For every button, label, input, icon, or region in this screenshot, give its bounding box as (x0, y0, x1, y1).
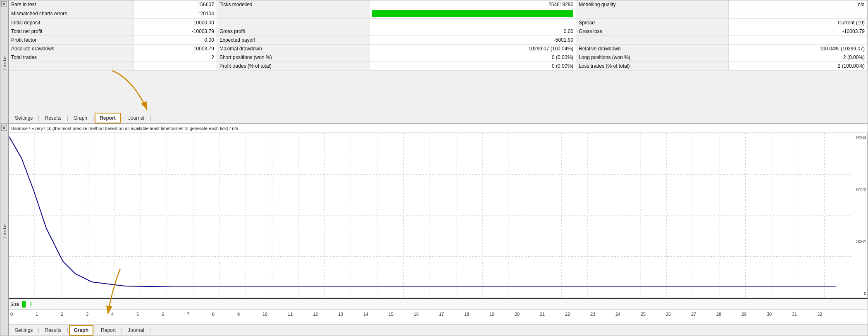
stat-value: 10003.79 (134, 45, 217, 53)
top-arrow-annotation (108, 66, 157, 116)
stat-value: 0.00 (370, 27, 576, 36)
x-axis-tick: 20 (515, 312, 540, 317)
stat-value: 2 (0.00%) (729, 53, 868, 62)
bottom-tab-report[interactable]: Report (96, 325, 120, 335)
stat-label: Absolute drawdown (9, 45, 134, 53)
stat-value (370, 9, 576, 19)
stat-label (9, 62, 134, 71)
stat-value (370, 19, 576, 27)
x-axis-tick: 18 (464, 312, 489, 317)
stat-label: Bars in test (9, 0, 134, 9)
size-green-bar (22, 301, 26, 308)
x-axis-tick: 6 (162, 312, 187, 317)
stat-label: Total net profit (9, 27, 134, 36)
stat-label: Total trades (9, 53, 134, 62)
bottom-tab-results[interactable]: Results (40, 325, 66, 335)
stat-value: -10003.79 (134, 27, 217, 36)
x-axis-tick: 27 (691, 312, 716, 317)
x-axis-row: 0123456789101112131415161718192021222324… (9, 310, 868, 319)
x-axis-tick: 28 (716, 312, 742, 317)
axis-value-6122: 6122 (856, 187, 866, 192)
x-axis-tick: 5 (136, 312, 162, 317)
stat-label: Gross profit (217, 27, 369, 36)
stat-label: Mismatched charts errors (9, 9, 134, 19)
x-axis-tick: 29 (742, 312, 767, 317)
x-axis-tick: 26 (666, 312, 691, 317)
stat-label (576, 36, 729, 45)
top-tabs-row: Settings | Results | Graph | Report | Jo… (9, 112, 868, 123)
size-row: Size (9, 298, 868, 310)
stat-value (729, 9, 868, 19)
stat-label (217, 19, 369, 27)
bottom-tester-side: Tester (0, 124, 9, 336)
chart-grid-svg (9, 133, 851, 298)
stat-value: -10003.79 (729, 27, 868, 36)
chart-title: Balance / Every tick (the most precise m… (9, 124, 868, 133)
bottom-tabs-row: Settings | Results | Graph | Report | Jo… (9, 324, 868, 336)
stat-value: 254618290 (370, 0, 576, 9)
stat-label: Modelling quality (576, 0, 729, 9)
bottom-tab-settings[interactable]: Settings (10, 325, 37, 335)
x-axis-tick: 25 (641, 312, 666, 317)
x-axis-tick: 3 (86, 312, 111, 317)
bottom-close-button[interactable]: × (1, 125, 7, 131)
stats-table-area: Bars in test156607Ticks modelled25461829… (9, 0, 868, 71)
chart-area: Balance / Every tick (the most precise m… (9, 124, 868, 325)
top-panel: Tester × Bars in test156607Ticks modelle… (0, 0, 868, 124)
stat-label: Gross loss (576, 27, 729, 36)
stat-label (576, 9, 729, 19)
stat-value: 10000.00 (134, 19, 217, 27)
stat-label: Spread (576, 19, 729, 27)
bottom-tab-journal[interactable]: Journal (123, 325, 148, 335)
x-axis-tick: 21 (540, 312, 565, 317)
x-axis-tick: 11 (288, 312, 313, 317)
x-axis-tick: 19 (489, 312, 515, 317)
bottom-tester-label: Tester (2, 221, 7, 239)
x-axis-tick: 13 (338, 312, 363, 317)
stat-value: 156607 (134, 0, 217, 9)
size-green-tick (31, 302, 31, 306)
stat-value: 100.04% (10299.07) (729, 45, 868, 53)
stat-value: Current (19) (729, 19, 868, 27)
top-close-button[interactable]: × (1, 1, 7, 7)
stat-label: Profit trades (% of total) (217, 62, 369, 71)
stat-label: Short positions (won %) (217, 53, 369, 62)
stat-value: -5001.90 (370, 36, 576, 45)
stat-value: 0.00 (134, 36, 217, 45)
x-axis-tick: 9 (237, 312, 262, 317)
stat-value: n/a (729, 0, 868, 9)
x-axis-tick: 2 (61, 312, 86, 317)
top-tab-settings[interactable]: Settings (10, 113, 37, 123)
top-tab-graph[interactable]: Graph (69, 113, 92, 123)
stat-value: 10299.07 (100.04%) (370, 45, 576, 53)
x-axis-tick: 24 (615, 312, 641, 317)
x-axis-tick: 1 (36, 312, 61, 317)
axis-value-3061: 3061 (856, 239, 866, 244)
top-tab-results[interactable]: Results (40, 113, 66, 123)
x-axis-tick: 16 (414, 312, 439, 317)
stat-label (217, 9, 369, 19)
top-tester-side: Tester (0, 0, 9, 123)
axis-value-0: 0 (864, 291, 866, 296)
x-axis-tick: 8 (212, 312, 237, 317)
top-tab-report[interactable]: Report (95, 113, 121, 123)
size-label: Size (10, 302, 19, 307)
stat-label: Relative drawdown (576, 45, 729, 53)
bottom-tab-graph[interactable]: Graph (69, 325, 93, 336)
quality-green-bar (372, 10, 573, 17)
x-axis-tick: 14 (363, 312, 389, 317)
stat-value (729, 36, 868, 45)
x-axis-tick: 0 (10, 312, 36, 317)
chart-right-axis: 9183 6122 3061 0 (851, 133, 867, 298)
x-axis-tick: 7 (187, 312, 212, 317)
stat-label: Expected payoff (217, 36, 369, 45)
stat-value: 0 (0.00%) (370, 62, 576, 71)
stat-label: Loss trades (% of total) (576, 62, 729, 71)
x-axis-tick: 31 (792, 312, 817, 317)
chart-container: 9183 6122 3061 0 (9, 133, 868, 298)
stat-label: Initial deposit (9, 19, 134, 27)
x-axis-tick: 10 (262, 312, 288, 317)
top-tab-journal[interactable]: Journal (124, 113, 149, 123)
x-axis-tick: 4 (111, 312, 136, 317)
stat-value: 2 (134, 53, 217, 62)
